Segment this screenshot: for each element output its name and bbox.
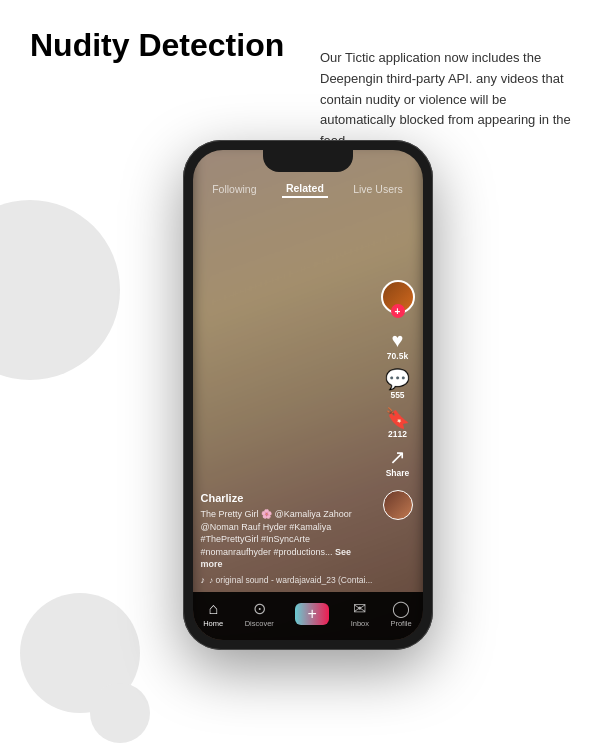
music-note-icon: ♪ xyxy=(201,575,206,585)
description-text: Our Tictic application now includes the … xyxy=(320,48,585,152)
nav-profile-label: Profile xyxy=(390,619,411,628)
follow-plus-badge[interactable]: + xyxy=(391,304,405,318)
music-avatar xyxy=(383,490,413,520)
phone-notch xyxy=(263,150,353,172)
header-section: Nudity Detection Our Tictic application … xyxy=(30,28,585,73)
sound-info: ♪ ♪ original sound - wardajavaid_23 (Con… xyxy=(201,575,373,585)
phone-mockup: Following Related Live Users + ♥ 70.5k 💬… xyxy=(183,140,433,650)
heart-icon: ♥ xyxy=(392,330,404,350)
decorative-blob-small xyxy=(90,683,150,743)
username-label: Charlize xyxy=(201,492,373,504)
phone-screen: Following Related Live Users + ♥ 70.5k 💬… xyxy=(193,150,423,640)
nav-discover-label: Discover xyxy=(245,619,274,628)
tab-live-users[interactable]: Live Users xyxy=(349,181,407,197)
video-info: Charlize The Pretty Girl 🌸 @Kamaliya Zah… xyxy=(201,492,373,585)
feed-tabs: Following Related Live Users xyxy=(193,180,423,198)
like-action[interactable]: ♥ 70.5k xyxy=(387,330,408,361)
nav-create[interactable]: + xyxy=(295,603,329,625)
action-bar: + ♥ 70.5k 💬 555 🔖 2112 ↗ Share xyxy=(381,280,415,520)
nav-discover[interactable]: ⊙ Discover xyxy=(245,601,274,628)
bookmark-count: 2112 xyxy=(388,429,407,439)
creator-avatar-container: + xyxy=(381,280,415,314)
bookmark-icon: 🔖 xyxy=(385,408,410,428)
tab-related[interactable]: Related xyxy=(282,180,328,198)
discover-icon: ⊙ xyxy=(253,601,266,617)
bottom-navigation: ⌂ Home ⊙ Discover + ✉ Inbox ◯ Profile xyxy=(193,592,423,640)
nav-inbox-label: Inbox xyxy=(351,619,369,628)
phone-outer: Following Related Live Users + ♥ 70.5k 💬… xyxy=(183,140,433,650)
share-action[interactable]: ↗ Share xyxy=(386,447,410,478)
tab-following[interactable]: Following xyxy=(208,181,260,197)
video-caption: The Pretty Girl 🌸 @Kamaliya Zahoor @Noma… xyxy=(201,508,373,571)
nav-inbox[interactable]: ✉ Inbox xyxy=(351,601,369,628)
home-icon: ⌂ xyxy=(208,601,218,617)
sound-text: ♪ original sound - wardajavaid_23 (Conta… xyxy=(209,575,372,585)
decorative-blob-left xyxy=(0,200,120,380)
share-icon: ↗ xyxy=(389,447,406,467)
nav-profile[interactable]: ◯ Profile xyxy=(390,601,411,628)
nav-home-label: Home xyxy=(203,619,223,628)
inbox-icon: ✉ xyxy=(353,601,366,617)
share-label: Share xyxy=(386,468,410,478)
nav-home[interactable]: ⌂ Home xyxy=(203,601,223,628)
bookmark-action[interactable]: 🔖 2112 xyxy=(385,408,410,439)
profile-icon: ◯ xyxy=(392,601,410,617)
comment-action[interactable]: 💬 555 xyxy=(385,369,410,400)
comment-icon: 💬 xyxy=(385,369,410,389)
like-count: 70.5k xyxy=(387,351,408,361)
create-button[interactable]: + xyxy=(295,603,329,625)
comment-count: 555 xyxy=(390,390,404,400)
